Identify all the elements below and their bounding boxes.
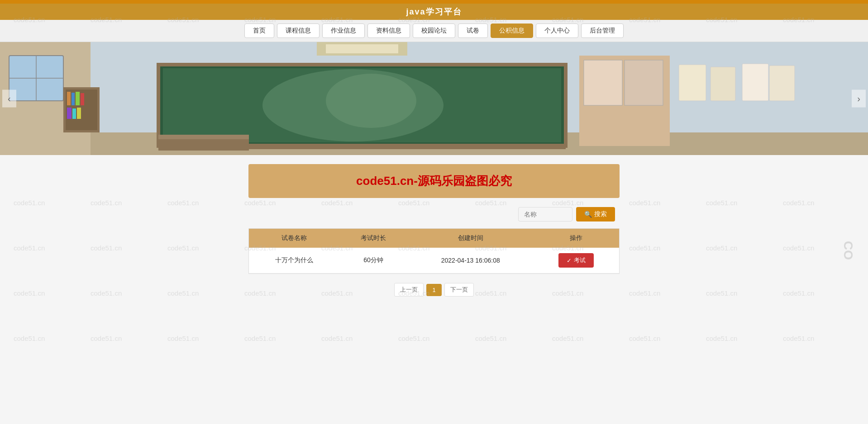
navigation: 首页 课程信息 作业信息 资料信息 校园论坛 试卷 公积信息 个人中心 后台管理 bbox=[0, 20, 868, 42]
col-action: 操作 bbox=[534, 229, 619, 248]
watermark-text: code51.cn bbox=[91, 244, 122, 252]
nav-course[interactable]: 课程信息 bbox=[277, 24, 320, 38]
banner-image bbox=[0, 42, 868, 155]
svg-rect-14 bbox=[72, 108, 76, 119]
watermark-text: code51.cn bbox=[629, 244, 660, 252]
take-exam-button[interactable]: ✓ 考试 bbox=[558, 253, 594, 268]
watermark-text: code51.cn bbox=[629, 289, 660, 297]
watermark-text: code51.cn bbox=[629, 199, 660, 207]
watermark-text: code51.cn bbox=[629, 334, 660, 342]
watermark-text: code51.cn bbox=[14, 199, 45, 207]
svg-rect-28 bbox=[742, 64, 768, 101]
watermark-text: code51.cn bbox=[167, 244, 199, 252]
nav-forum[interactable]: 校园论坛 bbox=[413, 24, 455, 38]
top-bar bbox=[0, 0, 868, 4]
watermark-text: code51.cn bbox=[14, 334, 45, 342]
watermark-text: code51.cn bbox=[783, 199, 814, 207]
watermark-text: code51.cn bbox=[783, 334, 814, 342]
banner-prev-button[interactable]: ‹ bbox=[2, 90, 16, 108]
nav-homework[interactable]: 作业信息 bbox=[322, 24, 365, 38]
co-watermark: CO bbox=[828, 221, 868, 279]
pagination-next[interactable]: 下一页 bbox=[444, 283, 474, 297]
banner: ‹ bbox=[0, 42, 868, 155]
watermark-text: code51.cn bbox=[321, 334, 353, 342]
nav-home[interactable]: 首页 bbox=[244, 24, 274, 38]
pagination-prev[interactable]: 上一页 bbox=[394, 283, 424, 297]
watermark-text: code51.cn bbox=[91, 199, 122, 207]
cell-action: ✓ 考试 bbox=[534, 248, 619, 273]
svg-rect-25 bbox=[625, 60, 663, 105]
search-bar: 🔍 搜索 bbox=[248, 207, 620, 221]
table-row: 十万个为什么 60分钟 2022-04-13 16:06:08 ✓ 考试 bbox=[249, 248, 619, 273]
watermark-banner: code51.cn-源码乐园盗图必究 bbox=[248, 164, 620, 198]
watermark-text: code51.cn bbox=[706, 244, 737, 252]
nav-notice[interactable]: 公积信息 bbox=[491, 24, 533, 38]
svg-rect-11 bbox=[76, 92, 80, 105]
watermark-text: code51.cn bbox=[706, 289, 737, 297]
banner-next-button[interactable]: › bbox=[852, 90, 866, 108]
nav-resource[interactable]: 资料信息 bbox=[367, 24, 410, 38]
cell-exam-name: 十万个为什么 bbox=[249, 248, 339, 273]
main-content: code51.cn-源码乐园盗图必究 🔍 搜索 试卷名称 考试时长 创建时间 操… bbox=[248, 164, 620, 315]
svg-rect-13 bbox=[67, 108, 72, 119]
svg-rect-9 bbox=[67, 92, 71, 105]
nav-profile[interactable]: 个人中心 bbox=[536, 24, 578, 38]
cell-duration: 60分钟 bbox=[339, 248, 407, 273]
watermark-text: code51.cn bbox=[14, 244, 45, 252]
col-created-at: 创建时间 bbox=[408, 229, 534, 248]
watermark-text: code51.cn bbox=[167, 289, 199, 297]
exam-check-icon: ✓ bbox=[567, 257, 572, 264]
pagination: 上一页 1 下一页 bbox=[248, 283, 620, 297]
nav-admin[interactable]: 后台管理 bbox=[581, 24, 624, 38]
watermark-text: code51.cn bbox=[14, 289, 45, 297]
search-input[interactable] bbox=[518, 207, 572, 221]
svg-rect-17 bbox=[326, 44, 398, 53]
watermark-text: code51.cn bbox=[398, 334, 429, 342]
table-header-row: 试卷名称 考试时长 创建时间 操作 bbox=[249, 229, 619, 248]
watermark-text: code51.cn bbox=[91, 289, 122, 297]
search-button[interactable]: 🔍 搜索 bbox=[576, 207, 615, 221]
exam-table-wrapper: 试卷名称 考试时长 创建时间 操作 十万个为什么 60分钟 2022-04-13… bbox=[248, 228, 620, 274]
watermark-text: code51.cn bbox=[783, 244, 814, 252]
svg-point-21 bbox=[326, 74, 416, 128]
exam-btn-label: 考试 bbox=[574, 256, 586, 264]
watermark-text: code51.cn bbox=[167, 199, 199, 207]
svg-rect-15 bbox=[77, 108, 81, 119]
svg-rect-12 bbox=[81, 93, 84, 105]
exam-table: 试卷名称 考试时长 创建时间 操作 十万个为什么 60分钟 2022-04-13… bbox=[249, 229, 619, 273]
pagination-page-1[interactable]: 1 bbox=[426, 284, 441, 296]
search-icon: 🔍 bbox=[584, 211, 592, 218]
svg-rect-10 bbox=[72, 93, 75, 105]
watermark-text: code51.cn bbox=[552, 334, 583, 342]
watermark-banner-text: code51.cn-源码乐园盗图必究 bbox=[356, 174, 512, 188]
svg-rect-26 bbox=[679, 65, 706, 101]
watermark-text: code51.cn bbox=[706, 334, 737, 342]
watermark-text: code51.cn bbox=[783, 289, 814, 297]
watermark-text: code51.cn bbox=[706, 199, 737, 207]
col-duration: 考试时长 bbox=[339, 229, 407, 248]
watermark-text: code51.cn bbox=[167, 334, 199, 342]
svg-rect-31 bbox=[158, 135, 249, 139]
svg-rect-24 bbox=[584, 60, 622, 105]
svg-rect-27 bbox=[711, 67, 735, 101]
site-title: java学习平台 bbox=[0, 4, 868, 20]
svg-rect-32 bbox=[158, 144, 566, 149]
svg-rect-29 bbox=[769, 66, 795, 101]
watermark-text: code51.cn bbox=[244, 334, 276, 342]
search-button-label: 搜索 bbox=[594, 210, 607, 218]
watermark-text: code51.cn bbox=[91, 334, 122, 342]
watermark-text: code51.cn bbox=[475, 334, 506, 342]
nav-exam[interactable]: 试卷 bbox=[458, 24, 488, 38]
cell-created-at: 2022-04-13 16:06:08 bbox=[408, 248, 534, 273]
site-title-text: java学习平台 bbox=[406, 7, 462, 16]
col-exam-name: 试卷名称 bbox=[249, 229, 339, 248]
